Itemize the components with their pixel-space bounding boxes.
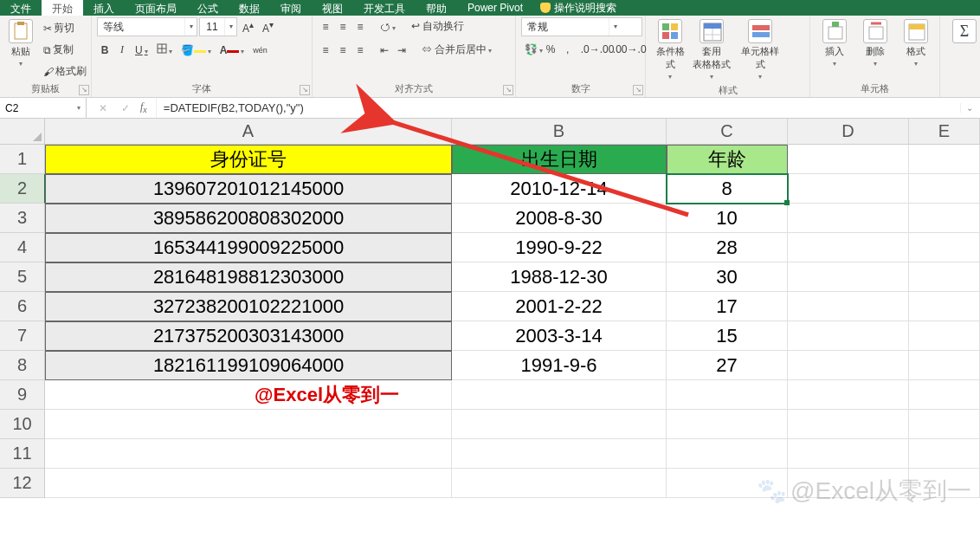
tab-formulas[interactable]: 公式 xyxy=(187,0,229,16)
data-cell[interactable]: 389586200808302000 xyxy=(45,204,452,233)
data-cell[interactable]: 15 xyxy=(667,321,788,351)
formula-input[interactable]: =DATEDIF(B2,TODAY(),"y") ⌄ xyxy=(157,98,980,118)
tab-developer[interactable]: 开发工具 xyxy=(353,0,416,16)
data-cell[interactable]: 8 xyxy=(667,174,788,204)
grow-font-button[interactable]: A▴ xyxy=(239,18,257,36)
bold-button[interactable]: B xyxy=(97,42,113,58)
empty-cell[interactable] xyxy=(909,292,980,321)
empty-cell[interactable] xyxy=(909,321,980,351)
empty-cell[interactable] xyxy=(667,410,788,439)
italic-button[interactable]: I xyxy=(114,42,130,58)
data-cell[interactable]: 1988-12-30 xyxy=(452,262,667,292)
comma-format-button[interactable]: , xyxy=(560,42,576,57)
align-middle-button[interactable]: ≡ xyxy=(335,19,351,35)
fx-icon[interactable]: fx xyxy=(140,100,147,114)
copy-button[interactable]: ⧉复制 xyxy=(40,41,90,59)
merge-center-button[interactable]: ⇔ 合并后居中 xyxy=(418,41,495,59)
tab-powerpivot[interactable]: Power Pivot xyxy=(457,0,533,16)
align-top-button[interactable]: ≡ xyxy=(318,19,333,35)
tab-data[interactable]: 数据 xyxy=(229,0,270,16)
empty-cell[interactable] xyxy=(909,145,980,174)
empty-cell[interactable] xyxy=(45,410,452,439)
conditional-formatting-button[interactable]: 条件格式▾ xyxy=(651,17,689,82)
data-cell[interactable]: 30 xyxy=(667,262,788,292)
row-header[interactable]: 6 xyxy=(0,292,45,321)
format-painter-button[interactable]: 🖌格式刷 xyxy=(40,62,90,81)
tab-help[interactable]: 帮助 xyxy=(416,0,457,16)
column-header[interactable]: E xyxy=(909,119,980,145)
empty-cell[interactable] xyxy=(788,469,909,498)
number-launcher[interactable]: ↘ xyxy=(633,85,643,95)
delete-cells-button[interactable]: 删除▾ xyxy=(856,17,893,69)
empty-cell[interactable] xyxy=(788,262,909,292)
increase-indent-button[interactable]: ⇥ xyxy=(394,42,409,58)
row-header[interactable]: 10 xyxy=(0,410,45,439)
empty-cell[interactable] xyxy=(909,262,980,292)
row-header[interactable]: 5 xyxy=(0,262,45,292)
align-center-button[interactable]: ≡ xyxy=(335,42,351,58)
select-all-corner[interactable] xyxy=(0,119,45,145)
data-cell[interactable]: 2001-2-22 xyxy=(452,292,667,321)
expand-formula-bar-button[interactable]: ⌄ xyxy=(960,103,973,113)
cancel-formula-button[interactable]: ✕ xyxy=(95,100,111,116)
align-right-button[interactable]: ≡ xyxy=(352,42,368,58)
data-cell[interactable]: 2008-8-30 xyxy=(452,204,667,233)
data-cell[interactable]: 281648198812303000 xyxy=(45,262,452,292)
empty-cell[interactable] xyxy=(909,380,980,410)
empty-cell[interactable] xyxy=(452,380,667,410)
empty-cell[interactable] xyxy=(788,233,909,262)
wrap-text-button[interactable]: ↩ 自动换行 xyxy=(408,17,467,36)
data-cell[interactable]: 17 xyxy=(667,292,788,321)
increase-decimal-button[interactable]: .0→.00 xyxy=(577,42,608,57)
row-header[interactable]: 9 xyxy=(0,380,45,410)
empty-cell[interactable] xyxy=(909,469,980,498)
row-header[interactable]: 4 xyxy=(0,233,45,262)
row-header[interactable]: 2 xyxy=(0,174,45,204)
percent-format-button[interactable]: % xyxy=(543,42,558,57)
fill-color-button[interactable]: 🪣 xyxy=(177,42,215,58)
data-cell[interactable]: 165344199009225000 xyxy=(45,233,452,262)
empty-cell[interactable] xyxy=(909,439,980,469)
row-header[interactable]: 7 xyxy=(0,321,45,351)
phonetic-guide-button[interactable]: wén xyxy=(249,44,271,56)
data-cell[interactable]: 139607201012145000 xyxy=(45,174,452,204)
data-cell[interactable]: 2010-12-14 xyxy=(452,174,667,204)
row-header[interactable]: 11 xyxy=(0,439,45,469)
shrink-font-button[interactable]: A▾ xyxy=(259,18,277,36)
header-cell-age[interactable]: 年龄 xyxy=(667,145,788,174)
column-header[interactable]: C xyxy=(667,119,788,145)
row-header[interactable]: 1 xyxy=(0,145,45,174)
name-box[interactable]: C2 ▾ xyxy=(0,98,87,118)
empty-cell[interactable] xyxy=(788,380,909,410)
font-name-select[interactable]: 等线▾ xyxy=(97,17,197,36)
column-header[interactable]: A xyxy=(45,119,452,145)
format-as-table-button[interactable]: 套用 表格格式▾ xyxy=(693,17,731,82)
borders-button[interactable] xyxy=(153,42,176,58)
empty-cell[interactable] xyxy=(788,351,909,380)
empty-cell[interactable] xyxy=(45,439,452,469)
insert-cells-button[interactable]: 插入▾ xyxy=(816,17,853,69)
row-header[interactable]: 8 xyxy=(0,351,45,380)
orientation-button[interactable]: ⭯ xyxy=(377,19,399,35)
empty-cell[interactable] xyxy=(788,145,909,174)
data-cell[interactable]: 1990-9-22 xyxy=(452,233,667,262)
underline-button[interactable]: U xyxy=(132,42,152,58)
empty-cell[interactable] xyxy=(909,174,980,204)
empty-cell[interactable] xyxy=(452,410,667,439)
tab-file[interactable]: 文件 xyxy=(0,0,42,16)
clipboard-launcher[interactable]: ↘ xyxy=(79,85,89,95)
empty-cell[interactable] xyxy=(909,351,980,380)
empty-cell[interactable] xyxy=(788,174,909,204)
font-color-button[interactable]: A xyxy=(216,42,248,58)
empty-cell[interactable] xyxy=(788,321,909,351)
tab-home[interactable]: 开始 xyxy=(42,0,83,16)
cell-styles-button[interactable]: 单元格样式▾ xyxy=(734,17,786,82)
tab-page-layout[interactable]: 页面布局 xyxy=(125,0,187,16)
empty-cell[interactable] xyxy=(788,410,909,439)
data-cell[interactable]: 217375200303143000 xyxy=(45,321,452,351)
row-header[interactable]: 12 xyxy=(0,469,45,498)
empty-cell[interactable] xyxy=(909,233,980,262)
data-cell[interactable]: 10 xyxy=(667,204,788,233)
empty-cell[interactable] xyxy=(909,204,980,233)
empty-cell[interactable] xyxy=(45,469,452,498)
